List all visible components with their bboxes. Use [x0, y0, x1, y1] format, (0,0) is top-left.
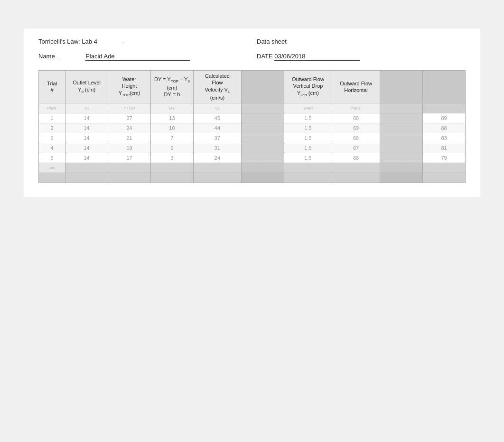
- table-row-avg: avg -- -- -- -- -- -- -- -- --: [39, 163, 466, 173]
- cell-blurred-sum: --: [241, 173, 284, 183]
- cell-water: 21: [108, 133, 151, 143]
- cell-outv-vert: 1.5: [284, 133, 332, 143]
- cell-blurred-8: 82: [380, 123, 423, 133]
- cell-trial: 4: [39, 143, 65, 153]
- date-value: 03/06/2018: [274, 53, 360, 61]
- cell-outv-horiz: 69: [332, 123, 380, 133]
- name-value: Placid Ade: [85, 53, 190, 61]
- cell-dy-sum: --: [150, 173, 193, 183]
- cell-outlet: 14: [65, 153, 108, 163]
- cell-blurred-9: 88: [423, 123, 466, 133]
- table-header-row: Trial# Outlet LevelY0 (cm) WaterHeightYT…: [39, 71, 466, 103]
- cell-outv-horiz: horiz: [332, 103, 380, 113]
- cell-calc: 45: [193, 113, 241, 123]
- header-left: Torricelli's Law: Lab 4 --: [38, 38, 247, 45]
- cell-outvh-avg: --: [332, 163, 380, 173]
- cell-dy: 5: [150, 143, 193, 153]
- cell-calc-avg: --: [193, 163, 241, 173]
- cell-outv-vert: 1.5: [284, 123, 332, 133]
- cell-outv-horiz: 67: [332, 143, 380, 153]
- cell-trial-sum: --: [39, 173, 65, 183]
- cell-calc: V₁: [193, 103, 241, 113]
- cell-water: YTOP: [108, 103, 151, 113]
- col-outlet: Outlet LevelY0 (cm): [65, 71, 108, 103]
- cell-b1-sum: --: [380, 173, 423, 183]
- table-row: 4 14 19 5 31 1.5 1.5 67 78 81: [39, 143, 466, 153]
- cell-outlet: Y₀: [65, 103, 108, 113]
- cell-trial: trial#: [39, 103, 65, 113]
- cell-b2-sum: --: [423, 173, 466, 183]
- col-blurred2: [423, 71, 466, 103]
- cell-blurred-9: 81: [423, 143, 466, 153]
- date-label: DATE: [257, 53, 273, 60]
- cell-outvv-avg: --: [284, 163, 332, 173]
- cell-dy: 13: [150, 113, 193, 123]
- cell-dy: 7: [150, 133, 193, 143]
- cell-blurred-5: --: [241, 103, 284, 113]
- name-underline-pre: [60, 53, 84, 60]
- cell-outlet: 14: [65, 133, 108, 143]
- col-blurred1: [380, 71, 423, 103]
- cell-water: 24: [108, 123, 151, 133]
- cell-blurred-9: 83: [423, 133, 466, 143]
- cell-outv-horiz: 68: [332, 133, 380, 143]
- cell-outlet: 14: [65, 123, 108, 133]
- cell-blurred-5: 1.5: [241, 153, 284, 163]
- cell-dy-avg: --: [150, 163, 193, 173]
- cell-trial: 2: [39, 123, 65, 133]
- cell-outvh-sum: --: [332, 173, 380, 183]
- cell-outv-vert: Yvert: [284, 103, 332, 113]
- name-date-row: Name Placid Ade DATE 03/06/2018: [38, 53, 466, 61]
- cell-water: 17: [108, 153, 151, 163]
- cell-water-sum: --: [108, 173, 151, 183]
- date-section: DATE 03/06/2018: [247, 53, 466, 61]
- cell-outlet: 14: [65, 143, 108, 153]
- cell-blurred-9: 89: [423, 113, 466, 123]
- cell-blurred-9: --: [423, 103, 466, 113]
- name-label: Name: [38, 53, 55, 60]
- cell-b1-avg: --: [380, 163, 423, 173]
- cell-outv-vert: 1.5: [284, 153, 332, 163]
- cell-water: 19: [108, 143, 151, 153]
- cell-dy: 3: [150, 153, 193, 163]
- table-row: 1 14 27 13 45 1.5 1.5 68 84 89: [39, 113, 466, 123]
- cell-trial-avg: avg: [39, 163, 65, 173]
- cell-trial: 5: [39, 153, 65, 163]
- cell-outvv-sum: --: [284, 173, 332, 183]
- cell-calc-sum: --: [193, 173, 241, 183]
- cell-blurred-5: 1.5: [241, 133, 284, 143]
- col-dy: DY = YTOP – Y0(cm)DY = h: [150, 71, 193, 103]
- cell-blurred-5: 1.5: [241, 123, 284, 133]
- separator: --: [121, 38, 125, 45]
- cell-calc: 31: [193, 143, 241, 153]
- cell-trial: 3: [39, 133, 65, 143]
- cell-calc: 37: [193, 133, 241, 143]
- cell-blurred-8: 76: [380, 153, 423, 163]
- cell-outv-vert: 1.5: [284, 143, 332, 153]
- col-trial: Trial#: [39, 71, 65, 103]
- lab-title: Torricelli's Law: Lab 4: [38, 38, 97, 45]
- col-calc: CalculatedFlowVelocity V1(cm/s): [193, 71, 241, 103]
- cell-outv-vert: 1.5: [284, 113, 332, 123]
- table-row: 2 14 24 10 44 1.5 1.5 69 82 88: [39, 123, 466, 133]
- page: Torricelli's Law: Lab 4 -- Data sheet Na…: [24, 28, 480, 197]
- data-table: Trial# Outlet LevelY0 (cm) WaterHeightYT…: [38, 70, 466, 183]
- col-outward-horiz: Outward FlowHorizontal: [332, 71, 380, 103]
- cell-b2-avg: --: [423, 163, 466, 173]
- cell-calc: 24: [193, 153, 241, 163]
- cell-blurred-5: 1.5: [241, 113, 284, 123]
- data-sheet-label: Data sheet: [257, 38, 287, 45]
- col-outward-vert: Outward FlowVertical DropYvert (cm): [284, 71, 332, 103]
- col-water: WaterHeightYTOP(cm): [108, 71, 151, 103]
- cell-trial: 1: [39, 113, 65, 123]
- cell-blurred-9: 79: [423, 153, 466, 163]
- cell-calc: 44: [193, 123, 241, 133]
- table-row: 3 14 21 7 37 1.5 1.5 68 79 83: [39, 133, 466, 143]
- header-right: Data sheet: [247, 38, 466, 45]
- cell-outv-horiz: 68: [332, 113, 380, 123]
- header-row: Torricelli's Law: Lab 4 -- Data sheet: [38, 38, 466, 45]
- cell-outlet-sum: --: [65, 173, 108, 183]
- cell-blurred-5: 1.5: [241, 143, 284, 153]
- table-row-summary: -- -- -- -- -- -- -- -- -- --: [39, 173, 466, 183]
- cell-blurred-avg: --: [241, 163, 284, 173]
